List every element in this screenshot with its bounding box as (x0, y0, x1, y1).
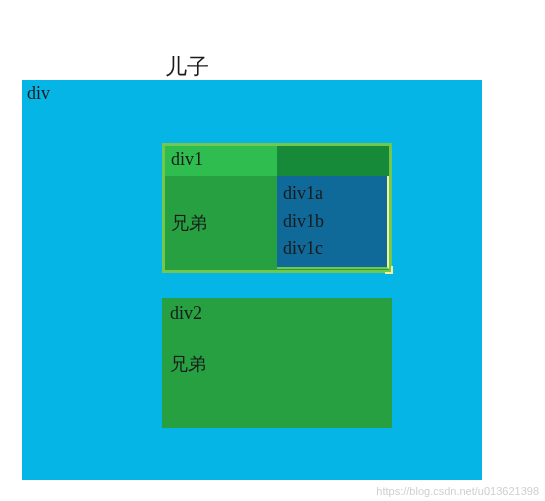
resize-handle-icon (385, 266, 393, 274)
div1c-label: div1c (283, 237, 381, 260)
div2-label: div2 (170, 303, 384, 324)
div1-container: div1 兄弟 div1a div1b div1c (162, 143, 392, 273)
watermark-text: https://blog.csdn.net/u013621398 (376, 485, 539, 497)
div2-container: div2 兄弟 (162, 298, 392, 428)
div1-children-cell: div1a div1b div1c (277, 176, 389, 269)
outer-div: div div1 兄弟 div1a div1b div1c div2 兄弟 (22, 80, 482, 480)
outer-div-label: div (27, 83, 50, 104)
div1-header-right (277, 146, 389, 176)
div1-body-row: 兄弟 div1a div1b div1c (165, 176, 389, 269)
div2-sibling-label: 兄弟 (170, 352, 384, 376)
div1b-label: div1b (283, 210, 381, 233)
top-label: 儿子 (165, 52, 209, 82)
div1a-label: div1a (283, 182, 381, 205)
div1-sibling-label: 兄弟 (165, 176, 277, 269)
div1-label: div1 (165, 146, 277, 176)
div1-header-row: div1 (165, 146, 389, 176)
